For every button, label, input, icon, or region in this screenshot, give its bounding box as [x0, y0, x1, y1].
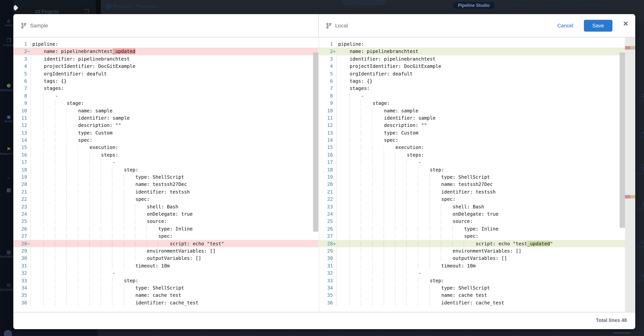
code-line-5[interactable]: 5 orgIdentifier: deafult — [319, 70, 625, 77]
code-line-13[interactable]: 13 type: Custom — [13, 129, 318, 136]
code-line-17[interactable]: 17 - — [13, 159, 318, 166]
sidebar-item-home[interactable]: ⌂Home — [0, 18, 14, 27]
code-line-17[interactable]: 17 - — [319, 159, 625, 166]
code-line-3[interactable]: 3 identifier: pipelinebranchtest — [319, 55, 625, 63]
canvas-hscrollbar[interactable] — [613, 332, 631, 334]
sidebar-item-chevron-down-icon[interactable]: ⌄ — [0, 175, 14, 180]
code-line-18[interactable]: 18 step: — [13, 166, 318, 173]
tab-triggers[interactable]: Triggers — [540, 3, 558, 8]
code-line-36[interactable]: 36 identifier: cache_test — [13, 299, 318, 306]
sidebar-item-builds[interactable]: ◉Builds — [0, 114, 14, 123]
tab-execution-history[interactable]: Execution History — [570, 3, 607, 8]
code-line-28[interactable]: 28− script: echo "test" — [13, 240, 318, 247]
diff-editor-original[interactable]: 1pipeline:2− name: pipelinebranchtest_up… — [13, 37, 318, 312]
all-projects-dropdown[interactable]: All Projects — [35, 9, 59, 15]
code-line-29[interactable]: 29 environmentVariables: [] — [13, 247, 318, 255]
code-line-10[interactable]: 10 name: sample — [13, 107, 318, 114]
code-line-35[interactable]: 35 name: cache test — [319, 292, 625, 299]
code-line-16[interactable]: 16 steps: — [319, 151, 625, 159]
scrollbar-thumb[interactable] — [313, 53, 318, 232]
code-line-20[interactable]: 20 name: testssh27Dec — [319, 181, 625, 188]
code-line-36[interactable]: 36 identifier: cache_test — [319, 299, 625, 306]
rail-item-flow-control[interactable]: ⇅Flow Control — [635, 167, 644, 175]
code-line-28[interactable]: 28+ script: echo "test_updated" — [319, 240, 625, 247]
code-line-14[interactable]: 14 spec: — [319, 136, 625, 144]
diff-overview-ruler[interactable] — [625, 37, 635, 312]
code-line-24[interactable]: 24 onDelegate: true — [13, 210, 318, 218]
code-line-22[interactable]: 22 spec: — [319, 196, 625, 203]
rail-item-policy-sets[interactable]: ▤Policy Sets — [635, 202, 644, 210]
code-line-9[interactable]: 9 stage: — [13, 99, 318, 107]
rail-item-advanced-options[interactable]: ⚙Advanced Options — [635, 273, 644, 282]
code-line-30[interactable]: 30 outputVariables: [] — [319, 255, 625, 262]
code-line-32[interactable]: 32 - — [319, 269, 625, 277]
code-line-1[interactable]: 1pipeline: — [13, 40, 318, 48]
code-line-12[interactable]: 12 description: "" — [13, 122, 318, 129]
code-line-14[interactable]: 14 spec: — [13, 136, 318, 144]
code-line-23[interactable]: 23 shell: Bash — [13, 203, 318, 210]
code-line-3[interactable]: 3 identifier: pipelinebranchtest — [13, 55, 318, 63]
code-line-20[interactable]: 20 name: testssh27Dec — [13, 181, 318, 188]
sidebar-item-module-grid-icon[interactable]: ▦ — [0, 188, 14, 193]
code-line-33[interactable]: 33 step: — [13, 277, 318, 284]
code-line-23[interactable]: 23 shell: Bash — [319, 203, 625, 210]
code-line-22[interactable]: 22 spec: — [13, 196, 318, 203]
sidebar-item-projects[interactable]: ❒Projects — [0, 38, 14, 47]
code-line-4[interactable]: 4 projectIdentifier: DocGitExample — [13, 63, 318, 70]
code-line-8[interactable]: 8 - — [13, 92, 318, 99]
code-line-15[interactable]: 15 execution: — [13, 144, 318, 151]
code-line-21[interactable]: 21 identifier: testssh — [319, 188, 625, 196]
code-line-2[interactable]: 2+ name: pipelinebranchtest — [319, 48, 625, 55]
code-line-25[interactable]: 25 source: — [319, 218, 625, 225]
code-line-26[interactable]: 26 type: Inline — [319, 225, 625, 233]
code-line-2[interactable]: 2− name: pipelinebranchtest_updated — [13, 48, 318, 55]
cancel-button[interactable]: Cancel — [557, 23, 573, 28]
ruler-marker-deleted[interactable] — [625, 195, 630, 199]
breadcrumb[interactable]: Projects > Pipelines > — [106, 4, 160, 9]
code-line-13[interactable]: 13 type: Custom — [319, 129, 625, 136]
save-button[interactable]: Save — [584, 20, 612, 32]
code-line-19[interactable]: 19 type: ShellScript — [13, 173, 318, 181]
code-line-30[interactable]: 30 outputVariables: [] — [13, 255, 318, 262]
code-line-29[interactable]: 29 environmentVariables: [] — [319, 247, 625, 255]
code-line-18[interactable]: 18 step: — [319, 166, 625, 173]
code-line-8[interactable]: 8 - — [319, 92, 625, 99]
diff-editor-modified[interactable]: 1pipeline:2+ name: pipelinebranchtest3 i… — [319, 37, 635, 312]
code-line-16[interactable]: 16 steps: — [13, 151, 318, 159]
code-line-10[interactable]: 10 name: sample — [319, 107, 625, 114]
code-line-32[interactable]: 32 - — [13, 269, 318, 277]
rail-item-codebase[interactable]: </>Codebase — [635, 240, 644, 248]
code-line-25[interactable]: 25 source: — [13, 218, 318, 225]
sidebar-item-dashboards[interactable]: ▦DASHBOARDS — [0, 250, 14, 258]
code-line-6[interactable]: 6 tags: {} — [13, 77, 318, 85]
code-line-15[interactable]: 15 execution: — [319, 144, 625, 151]
code-line-26[interactable]: 26 type: Inline — [13, 225, 318, 233]
code-line-35[interactable]: 35 name: cache test — [13, 292, 318, 299]
code-line-7[interactable]: 7 stages: — [319, 85, 625, 92]
ruler-marker-deleted[interactable] — [625, 46, 630, 50]
rail-item-notify[interactable]: ➤Notify — [635, 130, 644, 139]
code-line-11[interactable]: 11 identifier: sample — [13, 114, 318, 122]
code-line-33[interactable]: 33 step: — [319, 277, 625, 284]
sidebar-item-feature-flags[interactable]: ⚑Feature Flags — [0, 147, 14, 155]
code-line-5[interactable]: 5 orgIdentifier: deafult — [13, 70, 318, 77]
code-line-12[interactable]: 12 description: "" — [319, 122, 625, 129]
sidebar-item-deployments[interactable]: ⬢Deployments — [0, 83, 14, 92]
right-editor-scrollbar[interactable] — [620, 37, 625, 312]
code-line-31[interactable]: 31 timeout: 10m — [319, 262, 625, 269]
rail-item-variables[interactable]: ΣVariables — [635, 93, 644, 102]
tab-input-sets[interactable]: Input Sets — [507, 3, 528, 8]
tab-pipeline-studio[interactable]: Pipeline Studio — [453, 2, 495, 9]
code-line-27[interactable]: 27 spec: — [319, 232, 625, 240]
code-line-27[interactable]: 27 spec: — [13, 232, 318, 240]
code-line-24[interactable]: 24 onDelegate: true — [319, 210, 625, 218]
code-line-1[interactable]: 1pipeline: — [319, 40, 625, 48]
code-line-21[interactable]: 21 identifier: testssh — [13, 188, 318, 196]
code-line-7[interactable]: 7 stages: — [13, 85, 318, 92]
left-editor-scrollbar[interactable] — [313, 37, 318, 312]
breadcrumb-text[interactable]: Projects > Pipelines > — [113, 4, 160, 9]
code-line-11[interactable]: 11 identifier: sample — [319, 114, 625, 122]
project-cube-icon[interactable]: ❒ — [84, 8, 89, 14]
ruler-marker-added[interactable] — [630, 195, 635, 199]
code-line-34[interactable]: 34 type: ShellScript — [319, 284, 625, 292]
